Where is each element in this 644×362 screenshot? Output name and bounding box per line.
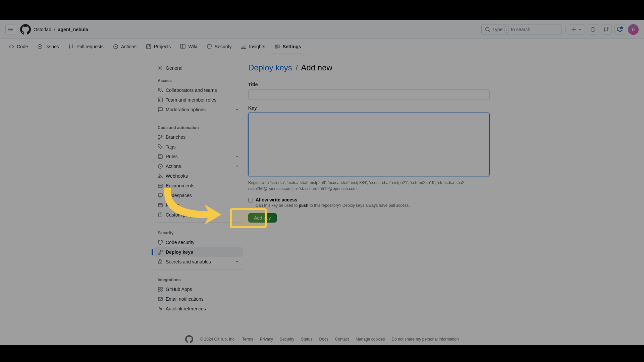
repo-link[interactable]: agent_nebula <box>58 27 88 32</box>
sidebar-item-rules[interactable]: Rules <box>154 152 243 161</box>
search-kbd: / <box>504 26 509 33</box>
sidebar-item-environments[interactable]: Environments <box>154 181 243 190</box>
sidebar-item-label: Custom properties <box>166 212 204 218</box>
github-logo[interactable] <box>20 24 31 35</box>
tab-code[interactable]: Code <box>5 40 31 54</box>
svg-rect-24 <box>161 287 162 289</box>
footer-link-security[interactable]: Security <box>280 337 294 342</box>
server-icon <box>158 183 163 188</box>
sidebar-item-label: Actions <box>166 164 181 169</box>
page-title-slash: / <box>296 63 298 72</box>
apps-icon <box>158 287 163 292</box>
chevron-down-icon <box>235 259 239 264</box>
svg-rect-17 <box>158 186 162 187</box>
tab-pull-requests[interactable]: Pull requests <box>65 40 107 54</box>
sidebar-item-actions[interactable]: Actions <box>154 162 243 171</box>
tab-label: Projects <box>154 44 171 49</box>
tab-settings[interactable]: Settings <box>271 40 305 54</box>
sidebar-item-autolink[interactable]: Autolink references <box>154 304 243 313</box>
shield-icon <box>158 240 163 245</box>
sidebar-item-code-security[interactable]: Code security <box>154 238 243 247</box>
notifications-button[interactable] <box>614 24 625 35</box>
tab-label: Security <box>215 44 232 49</box>
shield-icon <box>207 44 212 49</box>
tab-insights[interactable]: Insights <box>237 40 268 54</box>
allow-write-checkbox[interactable] <box>248 198 253 202</box>
tab-label: Settings <box>283 44 301 49</box>
sidebar-item-email-notifications[interactable]: Email notifications <box>154 294 243 304</box>
sidebar-item-secrets[interactable]: Secrets and variables <box>154 257 243 266</box>
avatar[interactable]: n <box>628 24 639 35</box>
footer-link-contact[interactable]: Contact <box>335 337 349 342</box>
footer-link-privacy[interactable]: Privacy <box>260 337 273 342</box>
sidebar-item-label: Webhooks <box>166 173 188 179</box>
allow-write-label[interactable]: Allow write access <box>256 197 298 202</box>
tab-label: Pull requests <box>76 44 104 49</box>
tab-actions[interactable]: Actions <box>110 40 140 54</box>
issue-icon <box>590 27 596 32</box>
issues-button[interactable] <box>588 24 598 35</box>
repo-nav: Code Issues Pull requests Actions Projec… <box>0 39 644 55</box>
svg-rect-25 <box>158 290 160 291</box>
tab-issues[interactable]: Issues <box>34 40 62 54</box>
sidebar-item-general[interactable]: General <box>154 63 243 73</box>
menu-button[interactable] <box>5 24 16 35</box>
sidebar-item-codespaces[interactable]: Codespaces <box>154 191 243 200</box>
sidebar-item-moderation[interactable]: Moderation options <box>154 105 243 114</box>
graph-icon <box>241 44 246 49</box>
comment-icon <box>158 107 163 112</box>
settings-sidebar: General Access Collaborators and teams T… <box>154 63 248 314</box>
sidebar-item-tags[interactable]: Tags <box>154 142 243 152</box>
sidebar-item-team-roles[interactable]: Team and member roles <box>154 95 243 105</box>
org-icon <box>158 97 163 103</box>
sidebar-item-github-apps[interactable]: GitHub Apps <box>154 285 243 294</box>
codespaces-icon <box>158 193 163 198</box>
sidebar-item-branches[interactable]: Branches <box>154 132 243 142</box>
mail-icon <box>158 296 163 302</box>
top-header: Ostorlab / agent_nebula Type / to search… <box>0 20 644 39</box>
page-title-text: Add new <box>301 63 332 72</box>
sidebar-item-custom-properties[interactable]: Custom properties <box>154 210 243 220</box>
people-icon <box>158 87 163 93</box>
page-title-link[interactable]: Deploy keys <box>248 63 292 72</box>
pull-requests-button[interactable] <box>601 24 612 35</box>
footer-link-cookies[interactable]: Manage cookies <box>356 337 385 342</box>
footer-link-privacy-info[interactable]: Do not share my personal information <box>391 337 459 342</box>
sidebar-item-webhooks[interactable]: Webhooks <box>154 171 243 181</box>
breadcrumb-separator: / <box>54 27 55 32</box>
search-input[interactable]: Type / to search <box>481 24 562 35</box>
tab-label: Issues <box>45 44 59 49</box>
secret-icon <box>158 259 163 264</box>
sidebar-item-label: Email notifications <box>166 296 204 302</box>
sidebar-item-deploy-keys[interactable]: Deploy keys <box>154 247 243 257</box>
tab-label: Wiki <box>188 44 197 49</box>
footer-link-terms[interactable]: Terms <box>242 337 253 342</box>
tab-projects[interactable]: Projects <box>143 40 174 54</box>
branch-icon <box>158 134 163 140</box>
sidebar-item-label: Team and member roles <box>166 97 216 103</box>
create-button[interactable] <box>569 24 585 35</box>
title-label: Title <box>248 82 490 87</box>
svg-rect-18 <box>158 194 162 196</box>
play-icon <box>113 44 118 49</box>
sidebar-item-label: Autolink references <box>166 306 206 311</box>
footer-link-status[interactable]: Status <box>301 337 312 342</box>
main-content: General Access Collaborators and teams T… <box>0 55 644 322</box>
add-key-button[interactable]: Add key <box>248 213 277 223</box>
svg-rect-6 <box>158 98 162 102</box>
sidebar-item-collaborators[interactable]: Collaborators and teams <box>154 85 243 95</box>
title-input[interactable] <box>248 89 490 100</box>
svg-point-13 <box>158 177 160 178</box>
sidebar-item-label: Rules <box>166 154 178 159</box>
sidebar-item-pages[interactable]: Pages <box>154 200 243 210</box>
pr-icon <box>68 44 74 49</box>
svg-point-8 <box>158 138 160 139</box>
footer-link-docs[interactable]: Docs <box>319 337 328 342</box>
tab-wiki[interactable]: Wiki <box>177 40 200 54</box>
tab-security[interactable]: Security <box>203 40 235 54</box>
svg-rect-26 <box>161 290 162 291</box>
key-textarea[interactable] <box>248 113 490 176</box>
org-link[interactable]: Ostorlab <box>34 27 51 32</box>
sidebar-item-label: Branches <box>166 134 185 140</box>
sidebar-heading-integrations: Integrations <box>154 272 243 284</box>
